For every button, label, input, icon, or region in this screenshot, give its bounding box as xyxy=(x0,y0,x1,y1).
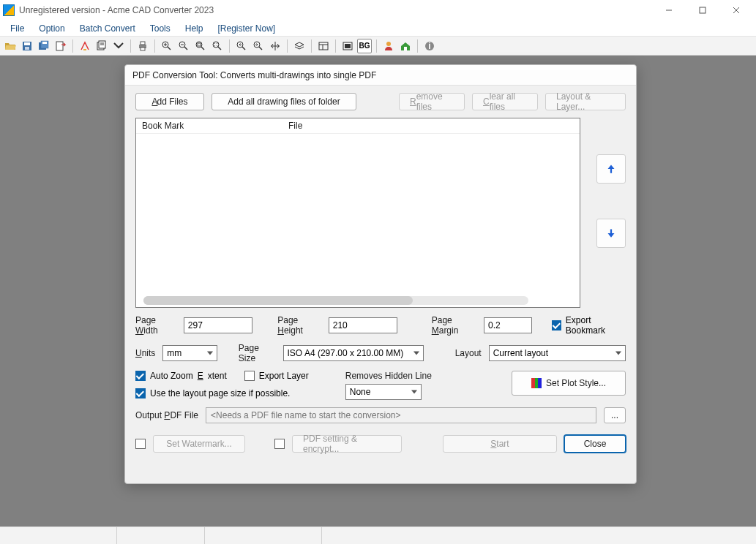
page-height-label: Page Height xyxy=(277,315,321,336)
home-icon[interactable] xyxy=(398,39,413,53)
statusbar xyxy=(0,526,756,544)
zoom-out-icon[interactable] xyxy=(176,39,191,53)
svg-rect-17 xyxy=(141,48,145,50)
page-size-select[interactable]: ISO A4 (297.00 x 210.00 MM) xyxy=(283,345,424,361)
remove-files-button[interactable]: Remove files xyxy=(399,93,465,110)
zoom-next-icon[interactable] xyxy=(251,39,266,53)
layout-label: Layout xyxy=(455,348,482,358)
page-size-label: Page Size xyxy=(239,343,276,363)
svg-rect-38 xyxy=(345,44,351,48)
close-button[interactable]: Close xyxy=(564,435,626,453)
pdf-setting-checkbox[interactable] xyxy=(274,439,285,449)
svg-rect-40 xyxy=(404,47,407,50)
svg-point-39 xyxy=(386,42,391,46)
svg-rect-9 xyxy=(42,42,47,44)
open-icon[interactable] xyxy=(3,39,18,53)
svg-point-25 xyxy=(196,42,202,48)
pdf-conversion-dialog: PDF Conversion Tool: Converts multi-draw… xyxy=(124,64,637,484)
window-title: Unregistered version - Acme CAD Converte… xyxy=(19,5,652,15)
svg-rect-27 xyxy=(198,43,201,46)
output-file-label: Output PDF File xyxy=(135,410,198,420)
svg-line-23 xyxy=(184,47,187,50)
browse-button[interactable]: ... xyxy=(604,407,626,423)
dwg-convert-icon[interactable] xyxy=(78,39,92,53)
add-files-button[interactable]: Add Files xyxy=(135,93,204,110)
save-icon[interactable] xyxy=(20,39,34,53)
clear-all-button[interactable]: Clear all files xyxy=(472,93,538,110)
set-plot-style-button[interactable]: Set Plot Style... xyxy=(512,371,626,396)
removes-hidden-select[interactable]: None xyxy=(345,384,422,400)
layout-layer-button[interactable]: Layout & Layer... xyxy=(545,93,626,110)
svg-line-26 xyxy=(201,47,204,50)
svg-line-33 xyxy=(259,47,262,50)
removes-hidden-label: Removes Hidden Line xyxy=(345,371,432,381)
page-margin-input[interactable] xyxy=(484,317,532,333)
user-icon[interactable] xyxy=(381,39,396,53)
horizontal-scrollbar[interactable] xyxy=(143,296,528,305)
auto-zoom-checkbox[interactable]: Auto Zoom Extent xyxy=(135,371,227,381)
add-folder-button[interactable]: Add all drawing files of folder xyxy=(212,93,356,110)
svg-rect-5 xyxy=(24,42,30,45)
layout-icon[interactable] xyxy=(316,39,331,53)
fullscreen-icon[interactable] xyxy=(340,39,355,53)
output-file-field[interactable]: <Needs a PDF file name to start the conv… xyxy=(206,407,596,423)
zoom-extents-icon[interactable] xyxy=(210,39,225,53)
page-width-label: Page Width xyxy=(135,315,176,336)
menubar: File Option Batch Convert Tools Help [Re… xyxy=(0,20,756,37)
watermark-checkbox[interactable] xyxy=(135,439,146,449)
pan-icon[interactable] xyxy=(268,39,282,53)
background-toggle[interactable]: BG xyxy=(357,39,372,53)
batch-icon[interactable] xyxy=(94,39,109,53)
move-up-button[interactable] xyxy=(596,154,626,184)
plot-style-icon xyxy=(531,378,542,388)
svg-rect-6 xyxy=(25,47,29,50)
move-down-button[interactable] xyxy=(596,219,626,248)
menu-option[interactable]: Option xyxy=(33,22,70,35)
app-icon xyxy=(3,4,15,16)
layers-icon[interactable] xyxy=(292,39,307,53)
use-layout-page-checkbox[interactable]: Use the layout page size if possible. xyxy=(135,388,309,398)
menu-help[interactable]: Help xyxy=(179,22,209,35)
menu-register-now[interactable]: [Register Now] xyxy=(212,22,281,35)
start-button[interactable]: Start xyxy=(443,435,557,453)
layout-select[interactable]: Current layout xyxy=(489,345,626,361)
units-label: Units xyxy=(135,348,155,358)
column-bookmark[interactable]: Book Mark xyxy=(136,118,282,133)
pdf-setting-button[interactable]: PDF setting & encrypt... xyxy=(292,435,402,453)
svg-line-19 xyxy=(168,47,171,50)
dialog-title: PDF Conversion Tool: Converts multi-draw… xyxy=(125,65,636,86)
svg-rect-34 xyxy=(319,42,328,50)
page-width-input[interactable] xyxy=(184,317,252,333)
minimize-button[interactable] xyxy=(652,0,686,20)
save-all-icon[interactable] xyxy=(37,39,51,53)
menu-file[interactable]: File xyxy=(4,22,30,35)
page-height-input[interactable] xyxy=(329,317,397,333)
export-icon[interactable] xyxy=(53,39,68,53)
workspace: PDF Conversion Tool: Converts multi-draw… xyxy=(0,56,756,526)
svg-text:i: i xyxy=(428,41,430,51)
menu-batch-convert[interactable]: Batch Convert xyxy=(74,22,141,35)
svg-line-31 xyxy=(242,47,245,50)
zoom-window-icon[interactable] xyxy=(193,39,208,53)
zoom-prev-icon[interactable] xyxy=(234,39,249,53)
export-layer-checkbox[interactable]: Export Layer xyxy=(244,371,309,381)
file-list[interactable]: Book Mark File xyxy=(135,118,580,308)
maximize-button[interactable] xyxy=(686,0,719,20)
menu-tools[interactable]: Tools xyxy=(144,22,176,35)
print-icon[interactable] xyxy=(135,39,150,53)
export-bookmark-checkbox[interactable]: Export Bookmark xyxy=(552,315,626,336)
svg-rect-10 xyxy=(56,42,63,50)
units-select[interactable]: mm xyxy=(162,345,217,361)
zoom-in-icon[interactable] xyxy=(160,39,174,53)
info-icon[interactable]: i xyxy=(422,39,437,53)
page-margin-label: Page Margin xyxy=(432,315,476,336)
svg-rect-16 xyxy=(141,42,145,45)
svg-line-29 xyxy=(218,47,221,50)
dropdown-caret-icon[interactable] xyxy=(111,39,126,53)
toolbar: BG i xyxy=(0,37,756,56)
svg-rect-1 xyxy=(700,7,706,13)
close-window-button[interactable] xyxy=(719,0,753,20)
titlebar: Unregistered version - Acme CAD Converte… xyxy=(0,0,756,20)
column-file[interactable]: File xyxy=(282,118,308,133)
set-watermark-button[interactable]: Set Watermark... xyxy=(153,435,245,453)
